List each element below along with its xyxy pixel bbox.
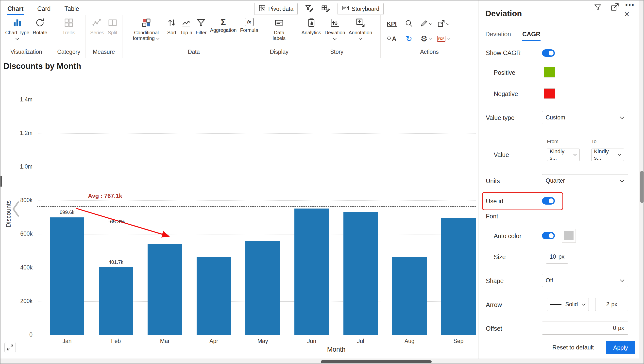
- arrow-width-input[interactable]: 2 px: [595, 298, 628, 311]
- group-label-data: Data: [125, 48, 263, 58]
- top-center-toolbar: Pivot data Storyboard: [254, 3, 384, 15]
- sort-button[interactable]: Sort: [165, 16, 178, 36]
- auto-color-toggle[interactable]: [542, 232, 555, 239]
- close-icon[interactable]: ×: [624, 10, 630, 19]
- deviation-button[interactable]: Deviation: [323, 16, 347, 41]
- bar-feb[interactable]: [99, 267, 133, 335]
- annotation-button[interactable]: Annotation: [347, 16, 374, 41]
- value-type-dropdown[interactable]: Custom: [542, 111, 628, 124]
- bar-mar[interactable]: [148, 244, 182, 335]
- chevron-down-icon: [620, 116, 624, 119]
- offset-value: 0: [613, 325, 616, 331]
- value-to-dropdown[interactable]: Kindly s...: [591, 148, 624, 161]
- series-button[interactable]: Series: [89, 16, 106, 36]
- tab-cagr[interactable]: CAGR: [522, 31, 540, 41]
- value-to-value: Kindly s...: [594, 148, 618, 161]
- grid-edit-icon[interactable]: [321, 4, 330, 14]
- gridline: [37, 167, 476, 167]
- vertical-scrollbar[interactable]: [639, 1, 644, 364]
- bar-jan[interactable]: [50, 217, 84, 335]
- data-labels-label: Data labels: [269, 30, 289, 41]
- filter-button[interactable]: Filter: [194, 16, 208, 36]
- reset-to-default-button[interactable]: Reset to default: [552, 344, 594, 351]
- tab-chart[interactable]: Chart: [7, 3, 24, 15]
- filter-icon[interactable]: [594, 4, 602, 12]
- chevron-down-icon: [620, 279, 624, 282]
- conditional-formatting-button[interactable]: Conditional formatting: [128, 16, 165, 41]
- auto-color-label: Auto color: [494, 233, 522, 240]
- expand-icon[interactable]: [610, 3, 619, 12]
- horizontal-scrollbar-thumb[interactable]: [321, 360, 432, 363]
- tab-table[interactable]: Table: [64, 3, 80, 15]
- bar-aug[interactable]: [392, 257, 427, 335]
- bar-may[interactable]: [246, 241, 280, 335]
- y-tick-label: 0: [6, 331, 32, 338]
- value-from-dropdown[interactable]: Kindly s...: [547, 148, 580, 161]
- split-button[interactable]: Split: [106, 16, 119, 36]
- arrow-style-value: Solid: [565, 301, 578, 308]
- data-labels-button[interactable]: Data labels: [268, 16, 290, 41]
- shape-dropdown[interactable]: Off: [542, 274, 628, 287]
- negative-label: Negative: [494, 90, 518, 97]
- x-tick-label: May: [248, 338, 278, 344]
- pdf-export-button[interactable]: PDF: [435, 32, 452, 46]
- group-display: Data labels Display: [265, 15, 293, 58]
- x-tick-label: Feb: [101, 338, 131, 344]
- chevron-down-icon: [582, 303, 586, 306]
- aggregation-button[interactable]: Σ Aggregation: [209, 16, 238, 33]
- use-id-toggle[interactable]: [542, 197, 555, 205]
- show-cagr-toggle[interactable]: [542, 49, 555, 57]
- chart-type-button[interactable]: Chart Type: [4, 16, 30, 41]
- positive-swatch[interactable]: [544, 67, 555, 78]
- font-section-label: Font: [486, 213, 498, 220]
- bar-jul[interactable]: [344, 212, 378, 335]
- filter-label: Filter: [196, 30, 206, 36]
- storyboard-button[interactable]: Storyboard: [338, 3, 384, 15]
- top-n-button[interactable]: Top n: [178, 16, 194, 36]
- chevron-down-icon: [358, 37, 363, 41]
- arrow-style-dropdown[interactable]: Solid: [547, 298, 589, 311]
- offset-input[interactable]: 0 px: [542, 321, 628, 335]
- prev-page-chevron[interactable]: [11, 201, 20, 218]
- y-tick-label: 600k: [6, 231, 32, 237]
- vertical-scrollbar-thumb[interactable]: [640, 171, 644, 203]
- more-options-icon[interactable]: •••: [625, 1, 635, 9]
- settings-button[interactable]: ⚙: [418, 32, 434, 46]
- format-painter-button[interactable]: [418, 17, 434, 31]
- brush-icon: [420, 20, 428, 28]
- filter-edit-icon[interactable]: [305, 4, 314, 14]
- export-button[interactable]: [435, 17, 452, 31]
- tab-card[interactable]: Card: [37, 3, 51, 15]
- apply-button[interactable]: Apply: [606, 341, 635, 354]
- series-icon: [92, 18, 102, 29]
- chevron-down-icon: [573, 153, 577, 156]
- value-from-value: Kindly s...: [550, 148, 573, 161]
- export-icon: [437, 20, 445, 28]
- formula-button[interactable]: fx Formula: [238, 16, 260, 33]
- x-axis-title: Month: [315, 346, 357, 353]
- maximize-widget-button[interactable]: [4, 342, 16, 353]
- x-tick-label: Mar: [150, 338, 180, 344]
- refresh-button[interactable]: ↻: [401, 32, 417, 46]
- kpi-button[interactable]: KPI: [384, 17, 400, 31]
- label-toggle-button[interactable]: A: [384, 32, 400, 46]
- horizontal-scrollbar[interactable]: [0, 358, 639, 364]
- negative-swatch[interactable]: [544, 88, 555, 99]
- size-input[interactable]: 10 px: [546, 250, 568, 264]
- trellis-button[interactable]: Trellis: [61, 16, 77, 36]
- search-button[interactable]: [401, 17, 417, 31]
- pivot-data-button[interactable]: Pivot data: [254, 3, 298, 15]
- pane-splitter-handle[interactable]: [0, 176, 2, 187]
- tab-deviation[interactable]: Deviation: [485, 31, 511, 40]
- bar-apr[interactable]: [196, 257, 231, 335]
- group-label-category: Category: [55, 48, 83, 58]
- analytics-button[interactable]: Analytics: [300, 16, 322, 36]
- chevron-down-icon: [428, 38, 432, 40]
- units-dropdown[interactable]: Quarter: [542, 174, 628, 187]
- auto-color-swatch-button[interactable]: [562, 229, 576, 243]
- show-cagr-label: Show CAGR: [486, 49, 521, 57]
- rotate-button[interactable]: Rotate: [31, 16, 49, 36]
- bar-jun[interactable]: [294, 209, 329, 335]
- gridline: [37, 100, 476, 100]
- bar-sep[interactable]: [441, 218, 476, 335]
